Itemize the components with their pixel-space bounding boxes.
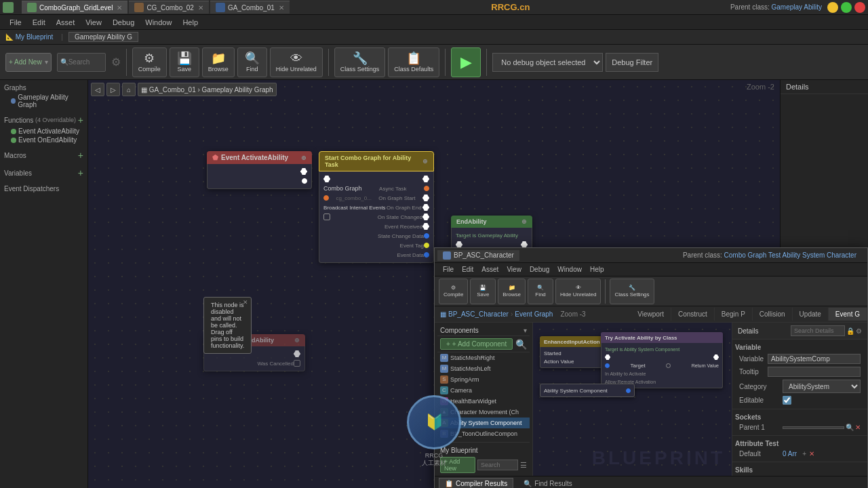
menu-debug[interactable]: Debug: [107, 18, 140, 26]
comp-static-mesh-right[interactable]: M StaticMeshRight: [437, 352, 530, 363]
components-collapse-btn[interactable]: ▾: [524, 327, 527, 334]
sw-menu-view[interactable]: View: [502, 266, 526, 273]
sw-find-btn[interactable]: 🔍 Find: [528, 279, 553, 304]
sw-component-search[interactable]: 🔍: [515, 339, 527, 350]
sw-editable-checkbox[interactable]: [783, 396, 791, 405]
sw-bc-1[interactable]: ▦: [440, 310, 446, 318]
maximize-btn[interactable]: [841, 2, 852, 13]
on-end-options[interactable]: ⊕: [294, 337, 300, 344]
search-bar[interactable]: 🔍: [57, 53, 106, 72]
comp-static-mesh-left[interactable]: M StaticMeshLeft: [437, 363, 530, 374]
sw-view-options[interactable]: ☰: [520, 461, 527, 470]
sw-browse-btn[interactable]: 📁 Browse: [498, 279, 526, 304]
minimize-btn[interactable]: [827, 2, 838, 13]
debug-select[interactable]: No debug object selected: [492, 53, 603, 72]
save-btn[interactable]: 💾 Save: [170, 47, 199, 77]
hide-unrelated-btn[interactable]: 👁 Hide Unrelated: [270, 47, 323, 77]
sw-category-select[interactable]: AbilitySystem: [783, 380, 861, 393]
end-ability-options[interactable]: ⊕: [521, 218, 527, 225]
ability-graph-tab[interactable]: Gameplay Ability G: [68, 32, 138, 42]
event-on-end-ability-item[interactable]: Event OnEndAbility: [3, 136, 85, 144]
add-new-btn[interactable]: + Add New ▾: [5, 53, 52, 72]
compile-btn[interactable]: ⚙ Compile: [132, 47, 167, 77]
graphs-header[interactable]: Graphs: [3, 83, 85, 93]
sw-attr-add-btn[interactable]: +: [802, 450, 806, 458]
sw-menu-edit[interactable]: Edit: [458, 266, 477, 273]
macros-header[interactable]: Macros +: [3, 148, 85, 162]
nav-breadcrumb[interactable]: ▦ GA_Combo_01 › Gameplay Ability Graph: [138, 83, 277, 96]
macros-add-btn[interactable]: +: [78, 150, 83, 161]
sw-attr-clear-btn[interactable]: ✕: [809, 450, 814, 458]
combo-task-options[interactable]: ⊕: [422, 158, 428, 165]
sw-bc-path1[interactable]: BP_ASC_Character: [448, 310, 509, 318]
sw-ta-exec-out[interactable]: [713, 354, 719, 360]
add-new-dropdown[interactable]: ▾: [45, 58, 48, 66]
sw-graph-area[interactable]: BLUEPRINT EnhancedInputAction IA_Melee_H…: [533, 323, 732, 476]
comp-spring-arm[interactable]: S SpringArm: [437, 374, 530, 385]
tab-cg-combo-02[interactable]: CG_Combo_02 ✕: [129, 1, 208, 14]
sw-try-activate-node[interactable]: Try Activate Ability by Class Target is …: [601, 332, 723, 388]
nav-back-btn[interactable]: ◁: [91, 83, 104, 96]
sw-class-settings-btn[interactable]: 🔧 Class Settings: [610, 279, 654, 304]
class-settings-btn[interactable]: 🔧 Class Settings: [334, 47, 386, 77]
dispatchers-header[interactable]: Event Dispatchers: [3, 184, 85, 194]
graph-start-pin[interactable]: [422, 195, 429, 201]
state-change-pin[interactable]: [424, 233, 429, 239]
sw-tab-eventg[interactable]: Event G: [829, 308, 867, 321]
sw-details-search[interactable]: [791, 325, 845, 336]
settings-icon[interactable]: ⚙: [111, 56, 121, 68]
event-data-pin[interactable]: [424, 252, 429, 258]
was-cancelled-pin[interactable]: [294, 360, 300, 367]
sw-ta-return-pin[interactable]: [666, 363, 671, 368]
sw-menu-file[interactable]: File: [439, 266, 458, 273]
sw-title-tab[interactable]: BP_ASC_Character: [437, 250, 519, 261]
close-btn[interactable]: [854, 2, 865, 13]
tooltip-close[interactable]: ✕: [243, 299, 248, 306]
menu-window[interactable]: Window: [140, 18, 177, 26]
start-combo-task-node[interactable]: Start Combo Graph for Ability Task ⊕ Com…: [319, 151, 434, 263]
comp-camera[interactable]: C Camera: [437, 385, 530, 396]
sw-details-lock-icon[interactable]: 🔒: [846, 327, 854, 335]
event-tag-pin[interactable]: [424, 243, 429, 248]
variables-header[interactable]: Variables +: [3, 166, 85, 180]
sw-var-name-input[interactable]: [768, 354, 861, 364]
find-btn[interactable]: 🔍 Find: [237, 47, 267, 77]
event-activate-node[interactable]: ⬟ Event ActivateAbility ⊕: [207, 151, 312, 189]
sw-ta-target-pin[interactable]: [605, 363, 610, 368]
on-end-exec-out[interactable]: [294, 350, 300, 357]
sw-tab-construct[interactable]: Construct: [671, 308, 715, 321]
data-pin-out[interactable]: [302, 178, 307, 184]
sw-asc-pin-node[interactable]: Ability System Component: [540, 384, 635, 397]
sw-compile-btn[interactable]: ⚙ Compile: [439, 279, 468, 304]
variables-add-btn[interactable]: +: [78, 167, 83, 178]
combo-exec-in[interactable]: [323, 176, 330, 182]
broadcast-checkbox-pin[interactable]: [323, 214, 330, 220]
tab-close-3[interactable]: ✕: [279, 4, 284, 12]
tab-close-1[interactable]: ✕: [117, 4, 122, 12]
sw-menu-debug[interactable]: Debug: [526, 266, 553, 273]
sw-tooltip-input[interactable]: [768, 367, 861, 377]
combo-graph-pin-in[interactable]: [323, 195, 329, 201]
menu-file[interactable]: File: [4, 18, 27, 26]
tab-combograph-gridlevel[interactable]: ComboGraph_GridLevel ✕: [22, 1, 127, 14]
menu-help[interactable]: Help: [177, 18, 203, 26]
sw-details-options-icon[interactable]: ⚙: [856, 327, 862, 335]
sw-tab-beginp[interactable]: Begin P: [715, 308, 753, 321]
add-component-btn[interactable]: + + Add Component: [440, 338, 513, 350]
browse-btn[interactable]: 📁 Browse: [202, 47, 235, 77]
functions-add-btn[interactable]: +: [78, 115, 83, 125]
sw-menu-help[interactable]: Help: [586, 266, 608, 273]
sw-menu-asset[interactable]: Asset: [477, 266, 502, 273]
event-activate-ability-item[interactable]: Event ActivateAbility: [3, 127, 85, 136]
exec-pin-out[interactable]: [300, 168, 307, 175]
functions-header[interactable]: Functions (4 Overridable) +: [3, 113, 85, 127]
event-received-pin[interactable]: [422, 223, 429, 230]
sw-save-btn[interactable]: 💾 Save: [470, 279, 496, 304]
async-task-pin[interactable]: [424, 186, 429, 191]
sw-ta-exec-in[interactable]: [605, 354, 610, 360]
sw-bc-path2[interactable]: Event Graph: [515, 310, 553, 318]
nav-home-btn[interactable]: ⌂: [122, 83, 136, 96]
sw-menu-window[interactable]: Window: [553, 266, 586, 273]
sw-asc-pin[interactable]: [626, 388, 631, 393]
sw-search-input[interactable]: [477, 460, 518, 470]
